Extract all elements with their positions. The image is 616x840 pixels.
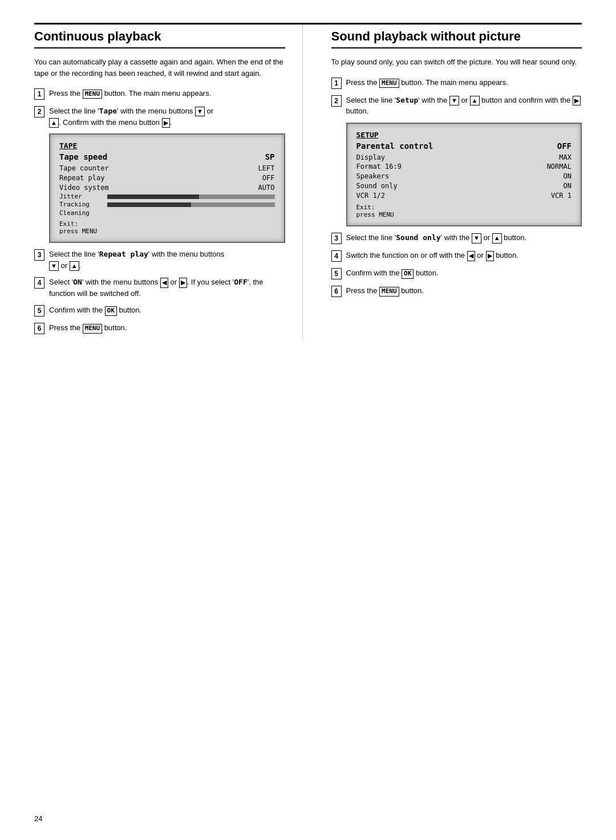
tape-menu-screen: TAPE Tape speed SP Tape counterLEFT Repe… (49, 133, 285, 243)
cleaning-row: Cleaning (59, 209, 275, 217)
down-arrow-3: ▼ (49, 261, 59, 271)
right-step-1: 1 Press the MENU button. The main menu a… (331, 77, 582, 89)
step-6-text: Press the MENU button. (49, 322, 285, 334)
down-arrow-btn: ▼ (195, 107, 205, 116)
sound-only-row: Sound onlyON (356, 181, 572, 191)
tape-speed-label: Tape speed (59, 152, 107, 161)
right-step-3: 3 Select the line 'Sound only' with the … (331, 232, 582, 244)
right-step-5-text: Confirm with the OK button. (346, 267, 582, 279)
right-step-num-2: 2 (331, 95, 342, 107)
vcr-row: VCR 1/2VCR 1 (356, 191, 572, 201)
left-step-6: 6 Press the MENU button. (34, 322, 285, 334)
right-left-4: ◀ (467, 251, 475, 261)
speakers-row: SpeakersON (356, 172, 572, 181)
step-num-1: 1 (34, 88, 44, 100)
display-row: DisplayMAX (356, 153, 572, 163)
right-arrow-btn: ▶ (162, 118, 170, 128)
right-step-5: 5 Confirm with the OK button. (331, 267, 582, 279)
right-up-2: ▲ (470, 96, 480, 105)
right-ok-btn-5: OK (402, 269, 414, 278)
right-menu-btn-6: MENU (379, 287, 399, 296)
step-5-text: Confirm with the OK button. (49, 305, 285, 316)
right-right-2: ▶ (573, 96, 581, 105)
right-step-4-text: Switch the function on or off with the ◀… (346, 250, 582, 261)
left-title: Continuous playback (34, 25, 285, 48)
tape-exit-text: Exit:press MENU (59, 220, 275, 235)
right-right-4: ▶ (486, 251, 494, 261)
right-title: Sound playback without picture (331, 25, 582, 48)
right-step-num-1: 1 (331, 78, 342, 89)
left-step-5: 5 Confirm with the OK button. (34, 305, 285, 316)
right-down-2: ▼ (449, 96, 459, 105)
setup-menu-title: SETUP (356, 131, 572, 139)
step-num-2: 2 (34, 106, 44, 117)
right-step-6: 6 Press the MENU button. (331, 285, 582, 297)
tape-menu-title: TAPE (59, 141, 275, 150)
ok-btn-ref-5: OK (105, 306, 117, 315)
tape-counter-row: Tape counterLEFT (59, 164, 275, 173)
right-arrow-4: ▶ (179, 278, 187, 287)
left-arrow-4: ◀ (160, 278, 168, 287)
right-step-2-text: Select the line 'Setup' with the ▼ or ▲ … (346, 95, 582, 117)
right-column: Sound playback without picture To play s… (326, 25, 582, 340)
step-1-text: Press the MENU button. The main menu app… (49, 88, 285, 99)
main-columns: Continuous playback You can automaticall… (34, 25, 582, 340)
right-step-num-3: 3 (331, 233, 342, 244)
right-step-num-4: 4 (331, 250, 342, 262)
left-column: Continuous playback You can automaticall… (34, 25, 303, 340)
format-row: Format 16:9NORMAL (356, 162, 572, 172)
right-step-num-6: 6 (331, 286, 342, 297)
left-step-4: 4 Select 'ON' with the menu buttons ◀ or… (34, 277, 285, 299)
step-4-text: Select 'ON' with the menu buttons ◀ or ▶… (49, 277, 285, 299)
right-step-4: 4 Switch the function on or off with the… (331, 250, 582, 262)
parental-control-val: OFF (557, 141, 572, 151)
menu-btn-ref-6: MENU (83, 324, 103, 333)
page-number: 24 (34, 814, 42, 823)
left-step-2: 2 Select the line 'Tape' with the menu b… (34, 105, 285, 128)
step-num-6: 6 (34, 323, 44, 334)
menu-btn-ref-1: MENU (83, 90, 103, 99)
parental-control-label: Parental control (356, 141, 433, 151)
step-2-text: Select the line 'Tape' with the menu but… (49, 105, 285, 128)
step-num-4: 4 (34, 277, 44, 289)
right-step-6-text: Press the MENU button. (346, 285, 582, 297)
left-step-3: 3 Select the line 'Repeat play' with the… (34, 249, 285, 271)
left-intro: You can automatically play a cassette ag… (34, 56, 285, 79)
right-step-1-text: Press the MENU button. The main menu app… (346, 77, 582, 88)
repeat-play-row: Repeat playOFF (59, 173, 275, 183)
right-menu-btn-1: MENU (379, 79, 399, 88)
right-down-3: ▼ (472, 233, 481, 243)
setup-menu-screen: SETUP Parental control OFF DisplayMAX Fo… (346, 123, 582, 227)
right-up-3: ▲ (492, 233, 502, 243)
step-num-3: 3 (34, 249, 44, 261)
up-arrow-3: ▲ (70, 261, 79, 271)
video-system-row: Video systemAUTO (59, 183, 275, 193)
right-step-2: 2 Select the line 'Setup' with the ▼ or … (331, 95, 582, 117)
step-3-text: Select the line 'Repeat play' with the m… (49, 249, 285, 271)
tracking-row: Tracking (59, 201, 275, 208)
jitter-row: Jitter (59, 193, 275, 200)
left-step-1: 1 Press the MENU button. The main menu a… (34, 88, 285, 100)
setup-exit-text: Exit:press MENU (356, 204, 572, 218)
right-step-num-5: 5 (331, 268, 342, 279)
right-step-3-text: Select the line 'Sound only' with the ▼ … (346, 232, 582, 244)
tape-speed-val: SP (265, 152, 275, 161)
step-num-5: 5 (34, 305, 44, 316)
right-intro: To play sound only, you can switch off t… (331, 56, 582, 68)
up-arrow-btn: ▲ (49, 118, 59, 128)
